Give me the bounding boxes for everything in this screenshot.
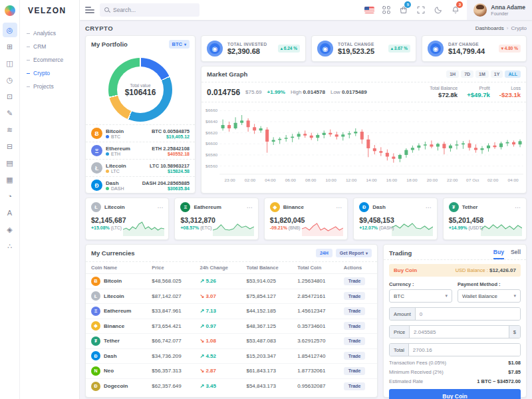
sparkline-chart <box>481 219 522 236</box>
apps-grid-icon[interactable] <box>378 0 395 20</box>
sidebar-item-crypto[interactable]: Crypto <box>20 66 79 80</box>
more-menu-icon[interactable]: ⋯ <box>515 206 521 209</box>
sidebar-item-crm[interactable]: CRM <box>20 40 79 53</box>
price-input[interactable] <box>410 326 509 338</box>
cart-badge: 5 <box>404 1 411 8</box>
notifications-icon[interactable]: 3 <box>447 0 464 20</box>
fullscreen-icon[interactable] <box>412 0 430 20</box>
cell-price: $66,742.077 <box>146 334 194 349</box>
multilevel-icon[interactable]: ∴ <box>3 239 17 253</box>
svg-text:10:00: 10:00 <box>326 178 337 182</box>
cell-price: $87,142.027 <box>146 289 194 304</box>
buy-coin-button[interactable]: Buy Coin <box>389 389 521 399</box>
market-graph-title: Market Graph <box>207 70 446 78</box>
charts-icon[interactable]: ◔ <box>3 189 17 203</box>
get-report-button[interactable]: Get Report <box>336 249 372 257</box>
tab-buy[interactable]: Buy <box>493 249 504 259</box>
brand-logo[interactable]: VELZON <box>28 6 66 15</box>
velzon-logo-icon[interactable] <box>5 5 15 16</box>
portfolio-title: My Portfolio <box>91 41 169 48</box>
range-tab-1y[interactable]: 1Y <box>491 70 503 78</box>
layouts-icon[interactable]: ◫ <box>3 56 17 70</box>
landing-icon[interactable]: ▤ <box>3 156 17 170</box>
tether-icon: ₮ <box>91 336 100 346</box>
portfolio-asset-ethereum: ΞEthereumETHETH 2.25842108$40552.18 <box>86 142 195 159</box>
cell-coin-name: Tether <box>104 338 120 344</box>
range-tab-all[interactable]: ALL <box>505 70 521 78</box>
tables-icon[interactable]: ▦ <box>3 172 17 187</box>
balance-value: $72.8k <box>430 91 458 98</box>
cell-total-balance: $75,854.127 <box>241 289 292 304</box>
trade-button[interactable]: Trade <box>344 352 366 360</box>
apps-icon[interactable]: ⊞ <box>3 39 17 54</box>
dash-icon: Đ <box>359 202 369 212</box>
cell-total-coin: 2.85472161 <box>292 289 338 304</box>
portfolio-assets: ɃBitcoinBTCBTC 0.00584875$19,405.12ΞEthe… <box>86 124 195 194</box>
search-input[interactable] <box>113 7 195 13</box>
trade-button[interactable]: Trade <box>344 382 366 390</box>
low-label: Low <box>331 89 340 95</box>
icons-icon[interactable]: A <box>3 205 17 220</box>
table-row-tether: ₮Tether$66,742.077↘ 1.08$53,487.0833.629… <box>86 334 377 349</box>
portfolio-currency-select[interactable]: BTC <box>169 40 190 49</box>
trade-button[interactable]: Trade <box>344 292 366 300</box>
amount-input[interactable] <box>416 308 520 320</box>
dashboards-icon[interactable]: ◎ <box>3 23 17 37</box>
dash-icon: Đ <box>91 351 100 360</box>
forms-icon[interactable]: ✎ <box>3 106 17 120</box>
breadcrumb-parent[interactable]: Dashboards <box>475 25 504 31</box>
sidebar-item-ecommerce[interactable]: Ecommerce <box>20 53 79 66</box>
auth-icon[interactable]: ⊟ <box>3 139 17 154</box>
tab-sell[interactable]: Sell <box>511 249 521 259</box>
sidebar-item-analytics[interactable]: Analytics <box>20 27 79 40</box>
trade-button[interactable]: Trade <box>344 277 366 285</box>
coin-card-litecoin: ŁLitecoin⋯$2,145,687+15.08% (LTC) <box>85 198 169 240</box>
trade-button[interactable]: Trade <box>344 322 366 330</box>
trade-button[interactable]: Trade <box>344 337 366 345</box>
filter-24h-button[interactable]: 24H <box>316 249 332 257</box>
language-flag-icon[interactable] <box>360 0 378 20</box>
range-tab-1h[interactable]: 1H <box>446 70 459 78</box>
svg-text:20:00: 20:00 <box>427 178 438 182</box>
advance-ui-icon[interactable]: ≋ <box>3 122 17 137</box>
dark-mode-icon[interactable] <box>430 0 447 20</box>
cell-total-balance: $48,367.125 <box>241 319 292 334</box>
asset-dot-icon <box>106 187 109 190</box>
hamburger-icon[interactable] <box>85 5 94 15</box>
maps-icon[interactable]: ◈ <box>3 222 17 237</box>
sparkline-chart <box>213 219 254 236</box>
stats-row: ◉TOTAL INVESTED$2,390.68▴ 6.24 %◉TOTAL C… <box>201 35 527 62</box>
search-box <box>100 3 200 17</box>
coin-cards-row: ŁLitecoin⋯$2,145,687+15.08% (LTC)ΞEather… <box>85 198 527 240</box>
estimated-rate-value: 1 BTC ~ $34572.00 <box>477 378 521 384</box>
coin-stat-icon: ◉ <box>207 41 223 57</box>
asset-dot-icon <box>106 152 109 156</box>
sidebar-item-projects[interactable]: Projects <box>20 80 79 93</box>
trade-button[interactable]: Trade <box>344 367 366 375</box>
min-received-label: Minimum Received (2%) <box>389 369 444 375</box>
user-menu[interactable]: Anna Adame Founder <box>467 0 532 20</box>
widgets-icon[interactable]: ⊡ <box>3 89 17 104</box>
asset-dot-icon <box>106 170 109 173</box>
currencies-card: My Currencies 24H Get Report Coin NamePr… <box>85 244 378 398</box>
estimated-rate-label: Estimated Rate <box>389 378 423 384</box>
cart-icon[interactable]: 5 <box>395 0 412 20</box>
more-menu-icon[interactable]: ⋯ <box>247 206 253 209</box>
more-menu-icon[interactable]: ⋯ <box>336 206 342 209</box>
currency-select[interactable]: BTC <box>389 289 452 303</box>
payment-method-select[interactable]: Wallet Balance <box>458 289 521 303</box>
coin-card-symbol: (ETC) <box>200 225 211 230</box>
pages-icon[interactable]: ◷ <box>3 72 17 87</box>
total-input[interactable] <box>409 344 520 356</box>
fees-label: Transaction Fees (0.05%) <box>389 360 446 366</box>
profit-value: +$49.7k <box>467 91 490 98</box>
trading-card: Trading Buy Sell Buy Coin USD Balance : … <box>383 244 527 398</box>
high-label: High <box>291 89 301 95</box>
range-tab-1m[interactable]: 1M <box>475 70 489 78</box>
more-menu-icon[interactable]: ⋯ <box>157 206 163 209</box>
trade-button[interactable]: Trade <box>344 307 366 315</box>
range-tab-7d[interactable]: 7D <box>461 70 473 78</box>
svg-text:12:00: 12:00 <box>346 178 357 182</box>
svg-text:$6600: $6600 <box>205 141 218 146</box>
more-menu-icon[interactable]: ⋯ <box>426 206 432 209</box>
